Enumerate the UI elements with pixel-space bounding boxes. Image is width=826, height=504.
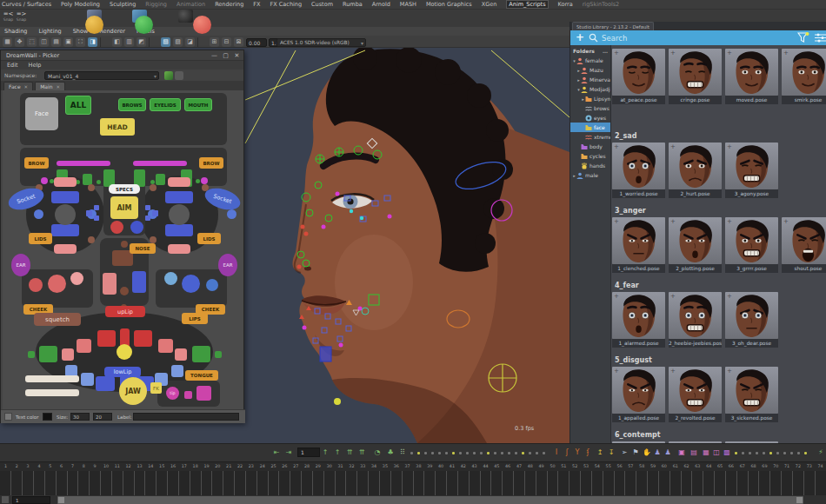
picker-button-lids[interactable]: LIDS bbox=[29, 233, 52, 244]
viewport-tool-icon[interactable]: ▤ bbox=[51, 37, 61, 47]
picker-control-shape[interactable] bbox=[171, 365, 183, 377]
pose-thumbnail[interactable]: +smirk.pose bbox=[782, 49, 826, 104]
maximize-icon[interactable]: ▢ bbox=[221, 51, 230, 60]
range-handle-left[interactable] bbox=[58, 497, 64, 503]
menu-item[interactable]: Arnold bbox=[372, 1, 390, 8]
picker-control-shape[interactable] bbox=[88, 184, 95, 191]
pose-image[interactable]: + bbox=[725, 367, 778, 414]
panel-menu-item[interactable]: Shading bbox=[4, 28, 27, 35]
viewport-tool-icon[interactable]: ⛶ bbox=[76, 37, 85, 47]
folder-tree-item-female[interactable]: ▾female bbox=[570, 56, 610, 65]
range-handle-right[interactable] bbox=[796, 497, 803, 503]
pose-thumbnail[interactable]: +2_hurt.pose bbox=[669, 143, 723, 198]
picker-control-shape[interactable] bbox=[51, 191, 79, 203]
pose-thumbnail[interactable]: +2_revolted.pose bbox=[669, 367, 723, 422]
viewport-tool-icon[interactable]: ◫ bbox=[39, 37, 49, 47]
pose-image[interactable]: + bbox=[669, 49, 722, 96]
picker-button-tip[interactable]: tip bbox=[166, 387, 179, 400]
viewport-tool-icon[interactable]: ▧ bbox=[161, 37, 170, 47]
anim-tool-icon[interactable]: ▤ bbox=[689, 448, 699, 458]
anim-tool-icon[interactable]: ♣ bbox=[385, 448, 396, 458]
picker-button-squetch[interactable]: squetch bbox=[34, 313, 81, 326]
anim-tool-icon[interactable]: ▣ bbox=[676, 448, 687, 458]
anim-tool-icon[interactable]: ▦ bbox=[701, 448, 711, 458]
anim-tool-icon[interactable]: ʃ bbox=[562, 448, 572, 458]
anim-tool-icon[interactable]: ⚡ bbox=[816, 448, 826, 458]
folder-tree-item-eyes[interactable]: eyes bbox=[570, 113, 610, 123]
folder-tree-item-male[interactable]: ▸male bbox=[570, 170, 610, 180]
folder-tree-item-brows[interactable]: brows bbox=[570, 103, 610, 113]
menu-item[interactable]: FX Caching bbox=[270, 1, 303, 8]
pose-thumbnail[interactable]: +1_worried.pose bbox=[612, 143, 667, 198]
picker-button-jaw[interactable]: JAW bbox=[119, 377, 147, 405]
pose-image[interactable]: + bbox=[612, 292, 665, 339]
folder-tree-item-Minerva[interactable]: ▸Minerva bbox=[570, 75, 610, 84]
viewport-tool-icon[interactable]: ◪ bbox=[185, 37, 195, 47]
picker-control-shape[interactable] bbox=[110, 221, 123, 234]
picker-control-shape[interactable] bbox=[168, 177, 190, 187]
picker-control-shape[interactable] bbox=[197, 386, 211, 401]
close-icon[interactable]: ✕ bbox=[57, 84, 61, 90]
picker-control-shape[interactable] bbox=[165, 191, 193, 203]
picker-button-lowlip[interactable]: lowLip bbox=[104, 367, 141, 377]
anim-tool-icon[interactable]: ♟ bbox=[663, 448, 673, 458]
pose-thumbnail[interactable]: +1_alarmed.pose bbox=[612, 292, 667, 348]
anim-tool-icon[interactable]: ⇥ bbox=[283, 448, 294, 458]
picker-control-shape[interactable] bbox=[134, 330, 152, 347]
picker-button-face[interactable]: Face bbox=[25, 97, 58, 130]
anim-tool-icon[interactable]: ⇤ bbox=[271, 448, 282, 458]
picker-control-shape[interactable] bbox=[165, 224, 193, 236]
menu-item[interactable]: Motion Graphics bbox=[426, 1, 472, 8]
text-color-swatch[interactable] bbox=[43, 413, 52, 421]
folder-tree-item-body[interactable]: body bbox=[570, 142, 610, 151]
minimize-icon[interactable]: — bbox=[210, 51, 219, 60]
pose-image[interactable]: + bbox=[669, 143, 722, 189]
picker-button-brows[interactable]: BROWS bbox=[118, 98, 146, 111]
folder-tree-item-face[interactable]: face bbox=[570, 123, 610, 132]
picker-control-shape[interactable] bbox=[57, 161, 110, 166]
picker-button-lips[interactable]: LIPS bbox=[182, 313, 208, 324]
picker-control-shape[interactable] bbox=[54, 244, 77, 254]
picker-control-shape[interactable] bbox=[215, 351, 222, 358]
label-input[interactable] bbox=[133, 413, 239, 421]
view-transform-dropdown[interactable]: ACES 1.0 SDR-video (sRGB) ▾ bbox=[276, 38, 366, 47]
picker-control-shape[interactable] bbox=[184, 391, 192, 399]
picker-control-shape[interactable] bbox=[227, 209, 236, 219]
picker-control-shape[interactable] bbox=[145, 205, 150, 210]
pose-thumbnail[interactable]: +2_plotting.pose bbox=[669, 217, 723, 273]
folder-tree-item-hands[interactable]: hands bbox=[570, 161, 610, 170]
picker-button-ear[interactable]: EAR bbox=[218, 254, 237, 276]
pose-image[interactable]: + bbox=[612, 49, 665, 96]
viewport-tool-icon[interactable]: ▣ bbox=[63, 37, 73, 47]
add-item-icon[interactable]: + bbox=[576, 31, 584, 43]
picker-button-head[interactable]: HEAD bbox=[100, 118, 135, 136]
anim-tool-icon[interactable]: ◫ bbox=[711, 448, 722, 458]
anim-tool-icon[interactable]: Υ bbox=[572, 448, 583, 458]
anim-tool-icon[interactable]: ⇈ bbox=[344, 448, 355, 458]
picker-control-shape[interactable] bbox=[103, 273, 117, 295]
pose-thumbnail[interactable]: +3_oh_dear.pose bbox=[725, 292, 780, 348]
pose-image[interactable]: + bbox=[725, 143, 778, 189]
snap-icon[interactable]: =< Snap bbox=[3, 10, 14, 22]
viewport-tool-icon[interactable]: ◧ bbox=[112, 37, 122, 47]
picker-control-shape[interactable] bbox=[34, 209, 43, 219]
menu-item[interactable]: Anim_Scripts bbox=[506, 0, 548, 9]
folder-tree-item-Mazu[interactable]: ▸Mazu bbox=[570, 65, 610, 75]
picker-button-all[interactable]: ALL bbox=[65, 96, 91, 115]
picker-control-shape[interactable] bbox=[94, 216, 99, 221]
refresh-icon[interactable] bbox=[164, 71, 173, 80]
viewport-tool-icon[interactable]: ▦ bbox=[3, 37, 12, 47]
folder-tree-item-cycles[interactable]: cycles bbox=[570, 151, 610, 161]
shelf-sphere-yellow[interactable] bbox=[85, 16, 103, 34]
menu-item[interactable]: Poly Modeling bbox=[61, 1, 100, 8]
viewport-tool-icon[interactable] bbox=[197, 37, 198, 47]
picker-control-shape[interactable] bbox=[130, 221, 143, 234]
anim-tool-icon[interactable]: ↑ bbox=[332, 448, 343, 458]
pose-thumbnail[interactable]: +cringe.pose bbox=[669, 49, 723, 104]
picker-button-brow[interactable]: BROW bbox=[24, 157, 49, 169]
range-slider-track[interactable] bbox=[57, 496, 803, 504]
anim-tool-icon[interactable]: ◔ bbox=[372, 448, 383, 458]
picker-control-shape[interactable] bbox=[196, 179, 200, 183]
anim-tool-icon[interactable]: ⇈ bbox=[356, 448, 367, 458]
range-start-field[interactable]: 1 bbox=[12, 496, 50, 504]
